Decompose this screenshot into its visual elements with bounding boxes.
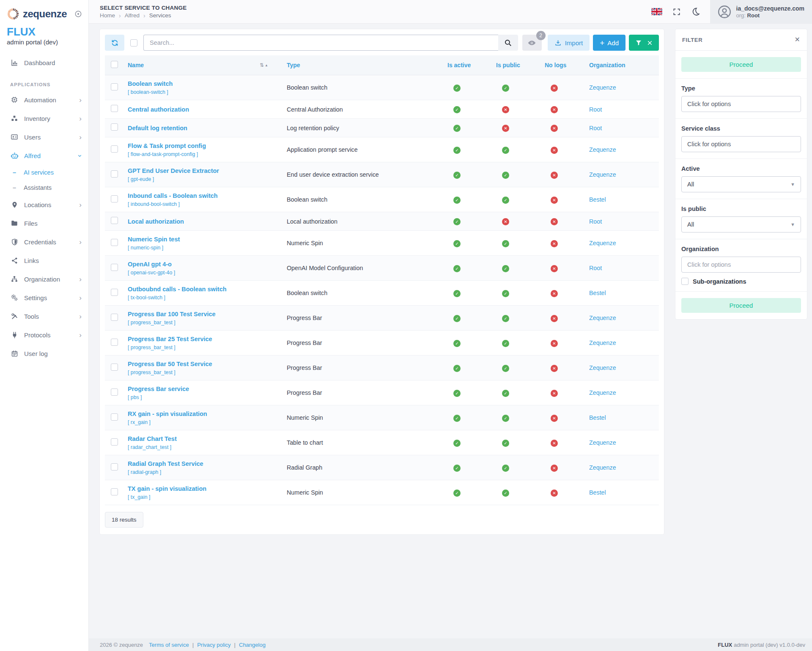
- row-checkbox[interactable]: [111, 339, 118, 346]
- column-header-name[interactable]: Name⇅▲: [123, 55, 283, 75]
- sort-icon[interactable]: ⇅▲: [260, 62, 268, 68]
- organization-link[interactable]: Zequenze: [589, 240, 616, 246]
- service-name-link[interactable]: OpenAI gpt 4-o: [128, 261, 172, 268]
- sidebar-item-user-log[interactable]: User log: [0, 344, 88, 363]
- search-input[interactable]: [143, 35, 498, 51]
- footer-link-privacy[interactable]: Privacy policy: [197, 642, 230, 648]
- organization-link[interactable]: Zequenze: [589, 146, 616, 153]
- row-checkbox[interactable]: [111, 105, 118, 112]
- service-name-link[interactable]: Inbound calls - Boolean switch: [128, 192, 218, 199]
- bullseye-icon[interactable]: [74, 10, 82, 18]
- service-name-link[interactable]: Outboubnd calls - Boolean switch: [128, 286, 227, 293]
- row-checkbox[interactable]: [111, 264, 118, 271]
- language-flag-icon[interactable]: [651, 8, 662, 15]
- row-checkbox[interactable]: [111, 314, 118, 321]
- organization-link[interactable]: Zequenze: [589, 364, 616, 371]
- row-checkbox[interactable]: [111, 170, 118, 178]
- organization-link[interactable]: Zequenze: [589, 84, 616, 91]
- sidebar-item-users[interactable]: Users ›: [0, 128, 88, 146]
- service-name-link[interactable]: Default log retention: [128, 125, 187, 131]
- footer-link-terms[interactable]: Terms of service: [149, 642, 189, 648]
- add-button[interactable]: + Add: [593, 35, 625, 51]
- row-checkbox[interactable]: [111, 438, 118, 446]
- service-name-link[interactable]: GPT End User Device Extractor: [128, 167, 219, 174]
- service-name-link[interactable]: Central authorization: [128, 106, 189, 113]
- organization-link[interactable]: Root: [589, 125, 602, 131]
- column-header-type[interactable]: Type: [283, 55, 443, 75]
- column-header-no-logs[interactable]: No logs: [540, 55, 585, 75]
- service-name-link[interactable]: Numeric Spin test: [128, 236, 180, 243]
- import-button[interactable]: Import: [548, 35, 590, 51]
- filter-service-class-input[interactable]: [681, 136, 801, 152]
- organization-link[interactable]: Root: [589, 265, 602, 271]
- row-checkbox[interactable]: [111, 289, 118, 296]
- sidebar-item-inventory[interactable]: Inventory ›: [0, 109, 88, 128]
- organization-link[interactable]: Zequenze: [589, 439, 616, 446]
- proceed-button[interactable]: Proceed: [681, 298, 801, 313]
- proceed-button[interactable]: Proceed: [681, 57, 801, 72]
- sidebar-item-assistants[interactable]: – Assistants: [0, 180, 88, 195]
- row-checkbox[interactable]: [111, 145, 118, 153]
- organization-link[interactable]: Zequenze: [589, 339, 616, 346]
- search-button[interactable]: [498, 35, 518, 51]
- select-all-checkbox[interactable]: [130, 39, 137, 46]
- row-checkbox[interactable]: [111, 463, 118, 470]
- row-checkbox[interactable]: [111, 195, 118, 202]
- sidebar-item-credentials[interactable]: Credentials ›: [0, 232, 88, 251]
- row-checkbox[interactable]: [111, 364, 118, 371]
- organization-link[interactable]: Zequenze: [589, 389, 616, 396]
- service-name-link[interactable]: Boolean switch: [128, 80, 173, 87]
- organization-link[interactable]: Bestel: [589, 489, 606, 496]
- service-name-link[interactable]: Progress Bar service: [128, 386, 189, 392]
- sidebar-item-organization[interactable]: Organization ›: [0, 270, 88, 288]
- footer-link-changelog[interactable]: Changelog: [239, 642, 266, 648]
- sidebar-item-settings[interactable]: Settings ›: [0, 288, 88, 307]
- column-header-is-active[interactable]: Is active: [443, 55, 492, 75]
- dark-mode-moon-icon[interactable]: [691, 7, 700, 16]
- column-header-organization[interactable]: Organization: [585, 55, 659, 75]
- sidebar-item-alfred[interactable]: Alfred ›: [0, 146, 88, 165]
- filter-toggle-button[interactable]: [629, 35, 659, 51]
- sidebar-item-files[interactable]: Files: [0, 214, 88, 232]
- service-name-link[interactable]: Radial Graph Test Service: [128, 460, 203, 467]
- sidebar-item-protocols[interactable]: Protocols ›: [0, 326, 88, 344]
- sidebar-item-ai-services[interactable]: – AI services: [0, 165, 88, 180]
- filter-is-public-select[interactable]: All ▼: [681, 216, 801, 232]
- sidebar-item-links[interactable]: Links: [0, 251, 88, 270]
- sidebar-item-automation[interactable]: Automation ›: [0, 90, 88, 109]
- organization-link[interactable]: Root: [589, 106, 602, 113]
- organization-link[interactable]: Zequenze: [589, 315, 616, 321]
- sidebar-item-tools[interactable]: Tools ›: [0, 307, 88, 326]
- service-name-link[interactable]: TX gain - spin visualization: [128, 485, 206, 492]
- organization-link[interactable]: Bestel: [589, 414, 606, 421]
- user-menu[interactable]: ia_docs@zequenze.com org: Root: [710, 0, 812, 23]
- sub-organizations-checkbox[interactable]: [681, 278, 689, 285]
- column-header-is-public[interactable]: Is public: [492, 55, 540, 75]
- filter-organization-input[interactable]: [681, 257, 801, 273]
- organization-link[interactable]: Zequenze: [589, 464, 616, 471]
- row-checkbox[interactable]: [111, 388, 118, 396]
- service-name-link[interactable]: Progress Bar 100 Test Service: [128, 311, 216, 317]
- service-name-link[interactable]: Radar Chart Test: [128, 435, 177, 442]
- service-name-link[interactable]: RX gain - spin visualization: [128, 410, 207, 417]
- service-name-link[interactable]: Progress Bar 50 Test Service: [128, 361, 212, 367]
- sidebar-item-dashboard[interactable]: Dashboard: [0, 53, 88, 72]
- row-checkbox[interactable]: [111, 239, 118, 246]
- organization-link[interactable]: Zequenze: [589, 171, 616, 178]
- filter-active-select[interactable]: All ▼: [681, 176, 801, 192]
- row-checkbox[interactable]: [111, 413, 118, 421]
- service-name-link[interactable]: Progress Bar 25 Test Service: [128, 336, 212, 342]
- row-checkbox[interactable]: [111, 217, 118, 224]
- organization-link[interactable]: Bestel: [589, 290, 606, 296]
- refresh-button[interactable]: [105, 35, 124, 51]
- organization-link[interactable]: Root: [589, 218, 602, 225]
- breadcrumb-alfred[interactable]: Alfred: [125, 12, 140, 19]
- breadcrumb-home[interactable]: Home: [100, 12, 115, 19]
- sidebar-item-locations[interactable]: Locations ›: [0, 195, 88, 214]
- organization-link[interactable]: Bestel: [589, 196, 606, 203]
- fullscreen-icon[interactable]: [672, 8, 681, 16]
- filter-type-input[interactable]: [681, 96, 801, 112]
- row-checkbox[interactable]: [111, 83, 118, 90]
- row-checkbox[interactable]: [111, 123, 118, 131]
- close-icon[interactable]: ✕: [795, 36, 800, 43]
